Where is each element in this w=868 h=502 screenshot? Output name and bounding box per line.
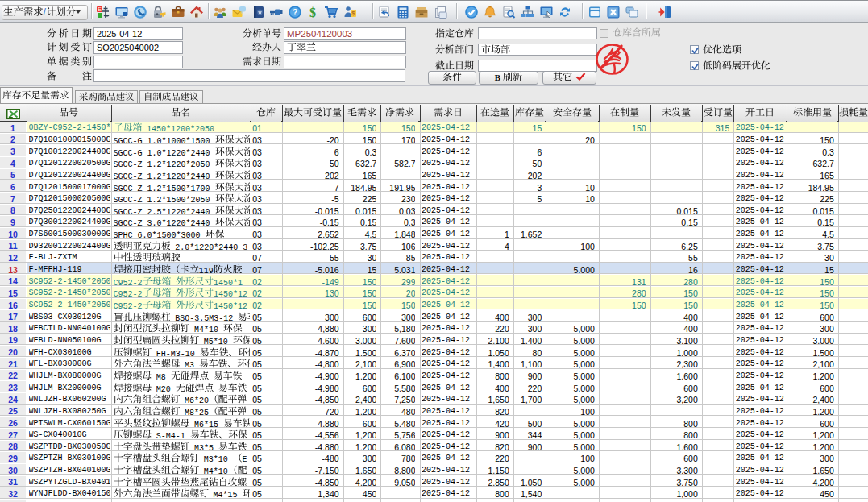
svg-text:$: $ xyxy=(351,10,355,17)
svg-text:?: ? xyxy=(293,8,297,17)
svg-text:E: E xyxy=(98,6,102,12)
svg-text:$: $ xyxy=(309,6,316,19)
